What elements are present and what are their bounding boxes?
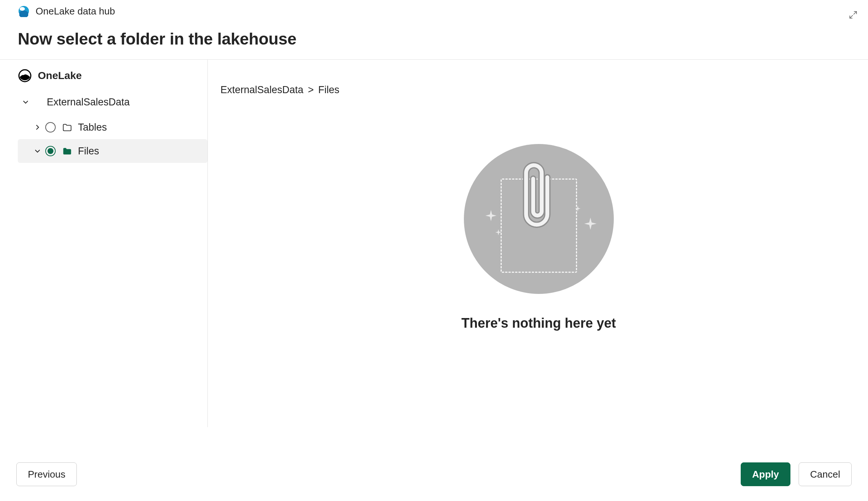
- tree-node-files[interactable]: Files: [18, 139, 207, 163]
- breadcrumb-part-folder[interactable]: Files: [318, 84, 339, 96]
- tree-node-files-label: Files: [78, 145, 99, 157]
- dialog-footer: Previous Apply Cancel: [0, 462, 868, 486]
- folder-filled-icon: [62, 145, 73, 157]
- dialog-body: OneLake ExternalSalesData: [0, 60, 868, 427]
- chevron-right-icon: [32, 122, 43, 133]
- dialog-header: OneLake data hub Now select a folder in …: [0, 0, 868, 48]
- apply-button[interactable]: Apply: [741, 462, 790, 486]
- tree-root[interactable]: OneLake: [18, 69, 207, 83]
- sparkle-icon: [584, 217, 596, 231]
- chevron-down-icon: [32, 145, 43, 157]
- folder-tree-sidebar: OneLake ExternalSalesData: [0, 60, 208, 427]
- breadcrumb-part-lakehouse[interactable]: ExternalSalesData: [220, 84, 304, 96]
- sparkle-icon: [485, 210, 497, 223]
- chevron-down-icon: [20, 96, 31, 108]
- tree-node-tables[interactable]: Tables: [18, 115, 207, 139]
- expand-dialog-icon[interactable]: [847, 9, 859, 21]
- tree-root-label: OneLake: [38, 70, 82, 82]
- radio-unselected-icon[interactable]: [45, 122, 56, 132]
- onelake-logo-icon: [18, 5, 30, 17]
- onelake-root-icon: [18, 69, 32, 83]
- empty-state-text: There's nothing here yet: [461, 315, 616, 331]
- sparkle-icon: [575, 206, 580, 212]
- previous-button[interactable]: Previous: [16, 462, 77, 486]
- content-pane: ExternalSalesData > Files: [208, 60, 868, 427]
- svg-point-1: [20, 7, 25, 11]
- tree-node-lakehouse-label: ExternalSalesData: [47, 96, 130, 108]
- hub-title: OneLake data hub: [36, 6, 115, 17]
- paperclip-icon: [521, 159, 557, 238]
- radio-selected-icon[interactable]: [45, 146, 56, 156]
- sparkle-icon: [495, 229, 501, 236]
- breadcrumb-separator: >: [308, 84, 314, 96]
- header-top-row: OneLake data hub: [18, 5, 850, 17]
- empty-state: There's nothing here yet: [220, 144, 857, 331]
- tree-node-lakehouse[interactable]: ExternalSalesData: [18, 90, 207, 114]
- folder-outline-icon: [62, 122, 73, 133]
- tree-node-tables-label: Tables: [78, 122, 107, 133]
- breadcrumb: ExternalSalesData > Files: [220, 84, 857, 96]
- svg-point-3: [21, 72, 25, 75]
- empty-state-illustration: [464, 144, 614, 294]
- cancel-button[interactable]: Cancel: [799, 462, 852, 486]
- page-title: Now select a folder in the lakehouse: [18, 30, 850, 48]
